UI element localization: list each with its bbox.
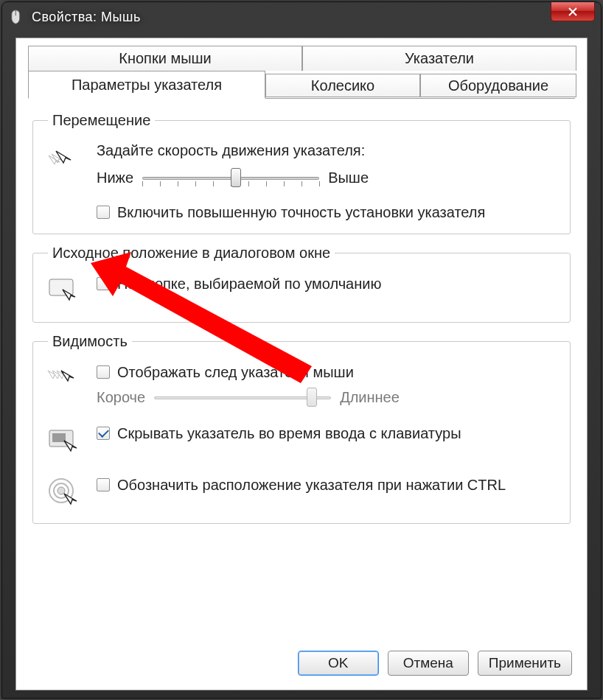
enhance-precision-checkbox[interactable]: [97, 206, 110, 219]
hide-typing-label: Скрывать указатель во время ввода с клав…: [117, 424, 461, 443]
trails-long-label: Длиннее: [340, 389, 400, 406]
cancel-button[interactable]: Отмена: [388, 651, 469, 676]
ctrl-locate-icon: [46, 476, 82, 511]
tab-pointer-options[interactable]: Параметры указателя: [28, 71, 265, 99]
tab-page: Перемещение Задайте скорость движения ук…: [28, 106, 575, 644]
svg-rect-3: [52, 433, 66, 442]
apply-button[interactable]: Применить: [478, 651, 572, 676]
group-motion-title: Перемещение: [48, 112, 155, 129]
snap-to-label: На кнопке, выбираемой по умолчанию: [117, 275, 381, 293]
titlebar[interactable]: Свойства: Мышь: [2, 2, 601, 32]
tab-buttons[interactable]: Кнопки мыши: [28, 46, 302, 71]
pointer-trails-slider: [154, 386, 331, 408]
tab-strip: Кнопки мыши Указатели Параметры указател…: [21, 43, 582, 99]
group-snap: Исходное положение в диалоговом окне На …: [32, 245, 571, 323]
tab-pointers[interactable]: Указатели: [302, 46, 576, 71]
hide-typing-icon: [46, 424, 82, 460]
group-snap-title: Исходное положение в диалоговом окне: [48, 245, 335, 262]
window-title: Свойства: Мышь: [32, 10, 141, 25]
pointer-speed-icon: [46, 142, 82, 178]
tab-hardware[interactable]: Оборудование: [420, 74, 576, 97]
pointer-trails-label: Отображать след указателя мыши: [117, 363, 354, 382]
svg-point-6: [57, 487, 65, 494]
ok-button[interactable]: OK: [298, 651, 379, 676]
enhance-precision-label: Включить повышенную точность установки у…: [117, 203, 485, 222]
pointer-speed-slider[interactable]: [142, 167, 319, 189]
mouse-icon: [10, 9, 26, 25]
slider-fast-label: Выше: [328, 169, 369, 186]
close-button[interactable]: [551, 2, 595, 21]
button-bar: OK Отмена Применить: [21, 647, 582, 679]
dialog-surface: Кнопки мыши Указатели Параметры указател…: [15, 38, 588, 690]
group-visibility: Видимость Отображать след указателя мыши: [32, 333, 571, 524]
close-icon: [567, 6, 579, 18]
window-chrome: Свойства: Мышь Кнопки мыши Указатели Пар…: [1, 1, 602, 699]
tab-wheel[interactable]: Колесико: [265, 74, 420, 97]
group-motion: Перемещение Задайте скорость движения ук…: [32, 112, 571, 234]
hide-typing-checkbox[interactable]: [97, 427, 110, 440]
speed-label: Задайте скорость движения указателя:: [97, 142, 561, 159]
pointer-trails-icon: [46, 363, 82, 399]
pointer-trails-checkbox[interactable]: [97, 365, 110, 379]
slider-slow-label: Ниже: [97, 169, 133, 186]
trails-short-label: Короче: [97, 389, 145, 406]
snap-to-checkbox[interactable]: [97, 277, 110, 290]
ctrl-locate-label: Обозначить расположение указателя при на…: [117, 476, 506, 494]
snap-to-icon: [46, 275, 82, 310]
ctrl-locate-checkbox[interactable]: [97, 478, 110, 491]
group-visibility-title: Видимость: [48, 333, 132, 350]
